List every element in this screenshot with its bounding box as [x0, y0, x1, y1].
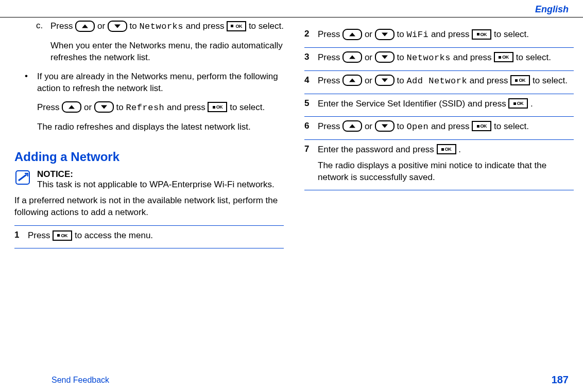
text: Press: [28, 230, 53, 240]
section-heading: Adding a Network: [14, 150, 284, 164]
up-arrow-icon: [342, 51, 362, 63]
up-arrow-icon: [62, 101, 81, 113]
ok-button-icon: OK: [494, 52, 513, 62]
step-number: 2: [304, 29, 318, 43]
language-label: English: [535, 4, 569, 14]
down-arrow-icon: [375, 75, 395, 86]
step-2: 2Press or to WiFi and press OK to select…: [304, 25, 574, 48]
step-1: 1 Press OK to access the menu.: [14, 225, 284, 248]
text: or: [84, 102, 94, 112]
up-arrow-icon: [342, 120, 362, 132]
ok-button-icon: OK: [227, 21, 246, 31]
step-body: Press or to Add Network and press OK to …: [318, 75, 574, 90]
step-number: 3: [304, 52, 318, 66]
step-body: Press OK to access the menu.: [28, 230, 284, 244]
bullet-marker: •: [25, 71, 37, 140]
page-number: 187: [552, 374, 569, 386]
menu-item: Networks: [406, 53, 451, 63]
step-body: Press or to Open and press OK to select.: [318, 121, 574, 135]
bullet-body: If you are already in the Networks menu,…: [37, 71, 284, 140]
step-text: Enter the Service Set Identifier (SSID) …: [318, 98, 574, 110]
notice-icon: [14, 169, 31, 186]
text: and press: [167, 102, 208, 112]
notice-block: NOTICE: This task is not applicable to W…: [14, 169, 284, 190]
page-footer: Send Feedback 187: [0, 374, 583, 386]
text: Press: [37, 102, 62, 112]
step-body: Enter the Service Set Identifier (SSID) …: [318, 98, 574, 112]
step-body: Press or to WiFi and press OK to select.: [318, 29, 574, 43]
ok-button-icon: OK: [208, 102, 227, 112]
text: and press: [186, 21, 227, 31]
step-number: 6: [304, 121, 318, 135]
ok-button-icon: OK: [508, 98, 528, 109]
down-arrow-icon: [94, 101, 114, 113]
down-arrow-icon: [108, 21, 127, 32]
text: to select.: [249, 21, 284, 31]
intro-paragraph: If a preferred network is not in the ava…: [14, 195, 284, 219]
menu-item: Networks: [139, 22, 183, 31]
substep-c: c. Press or to Networks and press OK to …: [36, 21, 284, 71]
down-arrow-icon: [375, 29, 395, 40]
down-arrow-icon: [375, 120, 395, 132]
step-3: 3Press or to Networks and press OK to se…: [304, 48, 574, 71]
content-columns: c. Press or to Networks and press OK to …: [0, 17, 583, 248]
step-body: Press or to Networks and press OK to sel…: [318, 52, 574, 66]
down-arrow-icon: [375, 51, 395, 63]
menu-item: Open: [406, 122, 428, 132]
bullet-result: The radio refreshes and displays the lat…: [37, 121, 284, 133]
step-7: 7Enter the password and press OK .The ra…: [304, 140, 574, 190]
step-extra: The radio displays a positive mini notic…: [318, 160, 574, 184]
ok-button-icon: OK: [472, 29, 491, 40]
menu-item: Add Network: [406, 76, 467, 86]
up-arrow-icon: [342, 75, 362, 86]
ok-button-icon: OK: [472, 121, 491, 131]
bullet-item: • If you are already in the Networks men…: [25, 71, 284, 140]
step-text: Press or to Networks and press OK to sel…: [318, 52, 574, 64]
up-arrow-icon: [342, 29, 362, 40]
left-column: c. Press or to Networks and press OK to …: [9, 21, 284, 248]
bullet-text: If you are already in the Networks menu,…: [37, 71, 284, 95]
step-text: Press or to Open and press OK to select.: [318, 121, 574, 133]
page-header: English: [0, 0, 583, 17]
step-number: 7: [304, 144, 318, 186]
substep-line1: Press or to Networks and press OK to sel…: [50, 21, 284, 33]
step-text: Press or to Add Network and press OK to …: [318, 75, 574, 87]
notice-label: NOTICE:: [37, 169, 73, 179]
text: to: [130, 21, 140, 31]
ok-button-icon: OK: [510, 75, 530, 85]
text: to select.: [230, 102, 265, 112]
bullet-press-line: Press or to Refresh and press OK to sele…: [37, 102, 284, 114]
steps-left: 1 Press OK to access the menu.: [14, 225, 284, 248]
substep-marker: c.: [36, 21, 50, 71]
step-text: Enter the password and press OK .: [318, 144, 574, 156]
step-body: Enter the password and press OK .The rad…: [318, 144, 574, 186]
notice-body: This task is not applicable to WPA-Enter…: [37, 180, 275, 189]
notice-text: NOTICE: This task is not applicable to W…: [37, 169, 284, 190]
text: Press: [50, 21, 75, 31]
step-number: 4: [304, 75, 318, 90]
step-text: Press OK to access the menu.: [28, 230, 284, 242]
ok-button-icon: OK: [53, 230, 72, 241]
substep-line2: When you enter the Networks menu, the ra…: [50, 40, 284, 64]
menu-item: Refresh: [126, 103, 164, 113]
step-5: 5Enter the Service Set Identifier (SSID)…: [304, 94, 574, 117]
text: or: [97, 21, 108, 31]
right-column: 2Press or to WiFi and press OK to select…: [299, 21, 574, 248]
step-4: 4Press or to Add Network and press OK to…: [304, 71, 574, 94]
send-feedback-link[interactable]: Send Feedback: [52, 376, 109, 385]
steps-right: 2Press or to WiFi and press OK to select…: [304, 25, 574, 190]
step-text: Press or to WiFi and press OK to select.: [318, 29, 574, 41]
ok-button-icon: OK: [437, 144, 456, 154]
text: to access the menu.: [75, 230, 153, 240]
menu-item: WiFi: [406, 30, 428, 40]
substep-body: Press or to Networks and press OK to sel…: [50, 21, 284, 71]
text: to: [116, 102, 126, 112]
up-arrow-icon: [75, 21, 95, 32]
step-number: 1: [14, 230, 28, 244]
step-6: 6Press or to Open and press OK to select…: [304, 117, 574, 140]
step-number: 5: [304, 98, 318, 112]
